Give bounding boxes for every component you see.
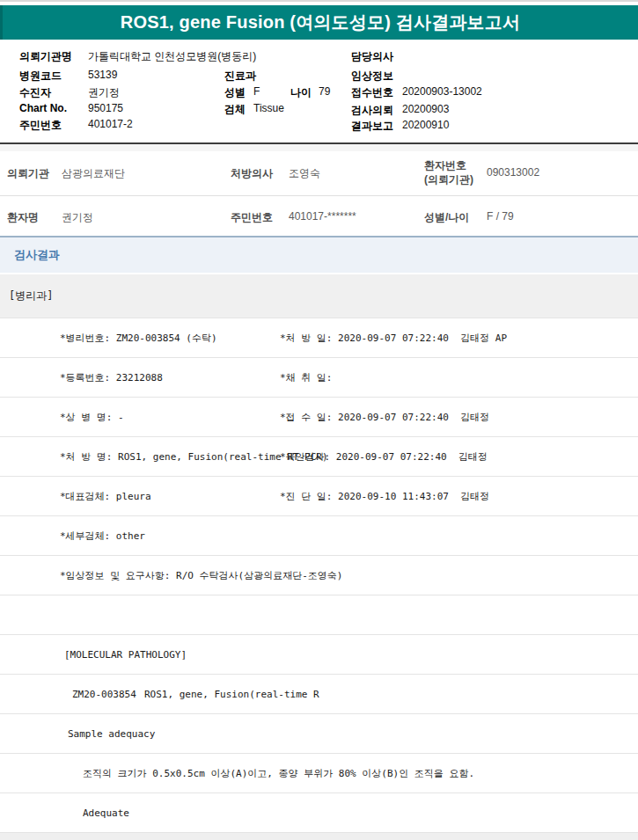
table-value: F / 79 xyxy=(487,210,514,223)
field-label: 진료과 xyxy=(224,69,256,84)
field-label: 임상정보 xyxy=(351,69,393,84)
field-value: 권기정 xyxy=(88,85,120,100)
report-page: ROS1, gene Fusion (여의도성모) 검사결과보고서 의뢰기관명 … xyxy=(0,0,638,840)
result-row: *대표검체: pleura *진 단 일: 2020-09-10 11:43:0… xyxy=(0,477,638,516)
table-label: 환자명 xyxy=(7,210,39,225)
result-row: *처 방 명: ROS1, gene, Fusion(real-time RT-… xyxy=(0,437,638,477)
field-label: 접수번호 xyxy=(351,85,393,100)
table-label: 처방의사 xyxy=(231,166,273,181)
table-label: 주민번호 xyxy=(231,210,273,225)
result-row: *상 병 명: - *접 수 일: 2020-09-07 07:22:40 김태… xyxy=(0,398,638,437)
table-label: (의뢰기관) xyxy=(424,172,473,187)
field-label: 주민번호 xyxy=(19,118,62,133)
result-text: [MOLECULAR PATHOLOGY] xyxy=(64,649,187,661)
results-section-header: 검사결과 xyxy=(0,237,638,273)
result-text: *병리번호: ZM20-003854 (수탁) xyxy=(60,332,217,345)
result-row: ZM20-003854 ROS1, gene, Fusion(real-time… xyxy=(0,675,638,714)
result-row: *임상정보 및 요구사항: R/O 수탁검사(삼광의료재단-조영숙) xyxy=(0,556,638,595)
top-hairline xyxy=(0,0,638,2)
field-value: 20200903-13002 xyxy=(402,85,482,98)
department-label: [병리과] xyxy=(9,289,53,303)
result-row: Adequate xyxy=(0,793,638,833)
result-text: *임상정보 및 요구사항: R/O 수탁검사(삼광의료재단-조영숙) xyxy=(60,569,342,582)
field-label: 나이 xyxy=(290,85,312,100)
section-title: 검사결과 xyxy=(14,247,60,263)
footer-strip xyxy=(0,833,638,840)
result-text: *육안검사: 2020-09-07 07:22:40 김태정 xyxy=(280,450,488,464)
report-title-bar: ROS1, gene Fusion (여의도성모) 검사결과보고서 xyxy=(0,5,638,40)
field-value: F xyxy=(253,85,260,98)
field-label: Chart No. xyxy=(19,102,67,114)
result-text: *세부검체: other xyxy=(60,530,145,543)
result-text: *상 병 명: - xyxy=(60,411,124,424)
field-value: 79 xyxy=(319,85,330,98)
table-value: 090313002 xyxy=(487,166,539,179)
table-value: 권기정 xyxy=(62,210,93,225)
result-text: ROS1, gene, Fusion(real-time R xyxy=(144,689,319,700)
result-text: 조직의 크기가 0.5x0.5cm 이상(A)이고, 종양 부위가 80% 이상… xyxy=(83,767,474,780)
table-label: 의뢰기관 xyxy=(7,166,49,181)
result-text: *처 방 일: 2020-09-07 07:22:40 김태정 AP xyxy=(280,332,507,345)
result-row: [MOLECULAR PATHOLOGY] xyxy=(0,635,638,675)
field-label: 검사의뢰 xyxy=(351,103,393,118)
field-label: 성별 xyxy=(224,85,246,100)
result-row: Sample adequacy xyxy=(0,714,638,754)
table-label: 성별/나이 xyxy=(424,210,469,225)
field-label: 의뢰기관명 xyxy=(19,49,72,64)
page-title: ROS1, gene Fusion (여의도성모) 검사결과보고서 xyxy=(121,11,520,34)
field-value: 20200903 xyxy=(402,103,449,115)
result-text: *진 단 일: 2020-09-10 11:43:07 김태정 xyxy=(280,490,489,503)
result-text: *채 취 일: xyxy=(280,371,333,384)
department-band: [병리과] xyxy=(0,274,638,318)
field-label: 결과보고 xyxy=(351,119,393,134)
result-row: *병리번호: ZM20-003854 (수탁) *처 방 일: 2020-09-… xyxy=(0,318,638,358)
field-value: 가톨릭대학교 인천성모병원(병동리) xyxy=(88,49,256,64)
field-value: 950175 xyxy=(88,102,123,114)
field-label: 수진자 xyxy=(19,85,51,100)
field-label: 검체 xyxy=(224,102,246,117)
table-value: 401017-******* xyxy=(289,210,356,223)
table-row-separator xyxy=(0,195,638,196)
result-row: 조직의 크기가 0.5x0.5cm 이상(A)이고, 종양 부위가 80% 이상… xyxy=(0,754,638,793)
result-row: *세부검체: other xyxy=(0,516,638,556)
field-label: 담당의사 xyxy=(351,49,393,64)
field-value: 401017-2 xyxy=(88,118,133,130)
field-value: 53139 xyxy=(88,69,117,81)
table-label: 환자번호 xyxy=(424,158,466,173)
field-value: Tissue xyxy=(253,102,284,114)
result-text: *등록번호: 23212088 xyxy=(60,371,163,384)
field-label: 병원코드 xyxy=(19,69,62,84)
result-row-empty xyxy=(0,595,638,635)
table-value: 조영숙 xyxy=(289,166,320,181)
section-gap xyxy=(0,144,638,151)
table-value: 삼광의료재단 xyxy=(62,166,125,181)
field-value: 20200910 xyxy=(402,119,449,131)
result-row: *등록번호: 23212088 *채 취 일: xyxy=(0,358,638,398)
result-text: Adequate xyxy=(83,807,129,819)
result-text: *대표검체: pleura xyxy=(60,490,151,503)
result-text: *접 수 일: 2020-09-07 07:22:40 김태정 xyxy=(280,411,489,424)
result-text: ZM20-003854 xyxy=(72,689,136,700)
result-text: Sample adequacy xyxy=(68,728,155,740)
